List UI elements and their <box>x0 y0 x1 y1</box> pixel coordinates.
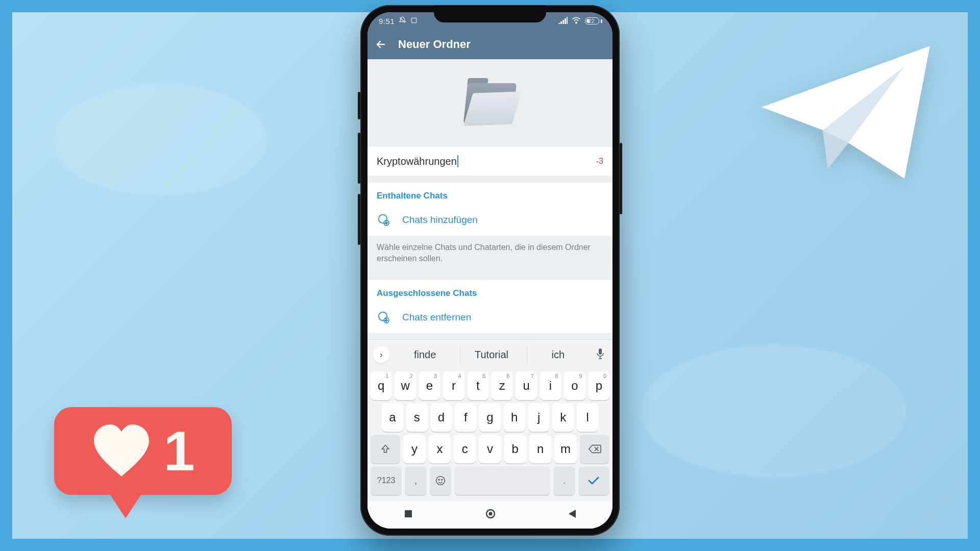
suggestion-bar: › finde Tutorial ich <box>368 340 612 369</box>
backspace-key[interactable] <box>580 435 609 463</box>
key-r[interactable]: r4 <box>443 371 464 400</box>
space-key[interactable] <box>454 466 550 495</box>
like-count: 1 <box>163 423 194 479</box>
key-l[interactable]: l <box>577 403 598 432</box>
svg-rect-4 <box>599 348 602 355</box>
svg-point-6 <box>438 479 439 480</box>
like-sticker: 1 <box>54 407 232 519</box>
key-u[interactable]: u7 <box>516 371 536 400</box>
key-c[interactable]: c <box>454 435 476 463</box>
remove-chats-label: Chats entfernen <box>402 312 471 323</box>
key-y[interactable]: y <box>403 435 425 463</box>
included-helper-text: Wähle einzelne Chats und Chatarten, die … <box>368 236 612 273</box>
phone-notch <box>434 5 546 22</box>
nav-recent-icon[interactable] <box>403 509 413 521</box>
bell-off-icon <box>399 16 406 26</box>
android-nav-bar <box>368 501 612 529</box>
heart-icon <box>91 423 152 479</box>
suggestion-0[interactable]: finde <box>394 345 456 365</box>
key-k[interactable]: k <box>552 403 574 432</box>
keyboard-row-3: yxcvbnm <box>371 435 609 463</box>
emoji-key[interactable] <box>430 466 451 495</box>
chevron-right-icon[interactable]: › <box>373 346 390 363</box>
screen-content: Kryptowährungen -3 Enthaltene Chats Chat… <box>368 59 612 333</box>
status-time: 9:51 <box>379 17 395 26</box>
key-n[interactable]: n <box>529 435 551 463</box>
symbols-key[interactable]: ?123 <box>371 466 402 495</box>
key-g[interactable]: g <box>479 403 501 432</box>
key-x[interactable]: x <box>429 435 451 463</box>
svg-rect-8 <box>405 510 412 517</box>
svg-point-7 <box>442 479 443 480</box>
remove-chats-row[interactable]: Chats entfernen <box>368 304 612 333</box>
key-i[interactable]: i8 <box>540 371 561 400</box>
nav-back-icon[interactable] <box>568 509 577 521</box>
key-s[interactable]: s <box>406 403 428 432</box>
key-a[interactable]: a <box>382 403 403 432</box>
excluded-chats-section: Ausgeschlossene Chats Chats entfernen <box>368 280 612 333</box>
svg-rect-0 <box>412 18 416 22</box>
appbar-title: Neuer Ordner <box>398 38 471 51</box>
excluded-chats-title: Ausgeschlossene Chats <box>368 280 612 304</box>
key-d[interactable]: d <box>431 403 452 432</box>
soft-keyboard: › finde Tutorial ich q1w2e3r4t5z6u7i8o9p… <box>368 339 612 529</box>
svg-point-5 <box>436 477 445 485</box>
key-b[interactable]: b <box>504 435 526 463</box>
add-chats-row[interactable]: Chats hinzufügen <box>368 206 612 236</box>
add-chats-label: Chats hinzufügen <box>402 214 478 226</box>
app-bar: Neuer Ordner <box>368 30 612 59</box>
shift-key[interactable] <box>371 435 400 463</box>
nav-home-icon[interactable] <box>485 508 496 521</box>
svg-point-1 <box>576 22 577 23</box>
keyboard-row-1: q1w2e3r4t5z6u7i8o9p0 <box>371 371 609 400</box>
suggestion-1[interactable]: Tutorial <box>460 345 522 365</box>
chat-add-icon <box>377 213 390 227</box>
folder-name-field[interactable]: Kryptowährungen -3 <box>368 147 612 176</box>
svg-point-10 <box>489 512 493 516</box>
battery-icon: 22 <box>585 17 602 24</box>
included-chats-title: Enthaltene Chats <box>368 183 612 206</box>
key-h[interactable]: h <box>504 403 525 432</box>
key-t[interactable]: t5 <box>468 371 488 400</box>
key-j[interactable]: j <box>528 403 550 432</box>
mic-icon[interactable] <box>593 348 607 362</box>
key-w[interactable]: w2 <box>395 371 415 400</box>
back-arrow-icon[interactable] <box>375 38 387 51</box>
phone-screen: 9:51 22 <box>368 12 612 529</box>
stop-icon <box>410 17 418 26</box>
keyboard-row-4: ?123 , . <box>371 466 609 495</box>
telegram-plane-icon <box>751 36 935 189</box>
keyboard-row-2: asdfghjkl <box>371 403 609 432</box>
hero <box>368 59 612 147</box>
key-z[interactable]: z6 <box>492 371 512 400</box>
phone-mockup: 9:51 22 <box>360 5 620 536</box>
suggestion-2[interactable]: ich <box>527 345 589 365</box>
char-counter: -3 <box>596 157 603 166</box>
key-m[interactable]: m <box>554 435 576 463</box>
wifi-icon <box>572 17 581 26</box>
included-chats-section: Enthaltene Chats Chats hinzufügen <box>368 183 612 236</box>
key-v[interactable]: v <box>479 435 501 463</box>
signal-icon <box>558 17 568 26</box>
key-o[interactable]: o9 <box>564 371 585 400</box>
comma-key[interactable]: , <box>405 466 426 495</box>
enter-key[interactable] <box>578 466 609 495</box>
period-key[interactable]: . <box>553 466 575 495</box>
key-q[interactable]: q1 <box>371 371 391 400</box>
folder-name-value: Kryptowährungen <box>377 156 457 167</box>
key-p[interactable]: p0 <box>589 371 609 400</box>
chat-remove-icon <box>377 311 390 324</box>
key-e[interactable]: e3 <box>419 371 440 400</box>
text-caret <box>457 155 458 167</box>
folder-icon <box>465 83 514 123</box>
key-f[interactable]: f <box>455 403 476 432</box>
